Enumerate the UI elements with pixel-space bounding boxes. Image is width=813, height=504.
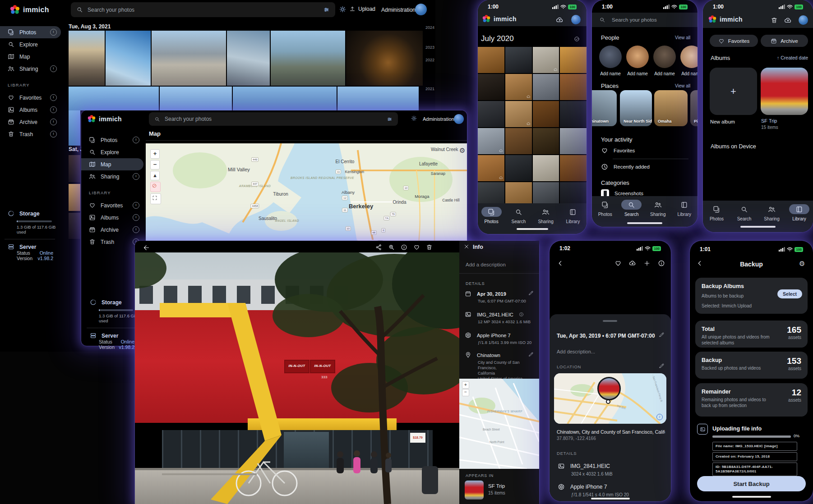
person-face[interactable] [626, 46, 649, 68]
photo-thumbnail[interactable] [505, 128, 532, 154]
info-circle-icon[interactable]: i [133, 173, 139, 180]
home-indicator[interactable] [732, 496, 771, 498]
photo-thumbnail[interactable] [69, 110, 80, 146]
user-avatar[interactable] [454, 114, 464, 124]
people-view-all[interactable]: View all [675, 35, 690, 40]
description-input[interactable]: Add description... [557, 349, 595, 354]
info-circle-icon[interactable]: i [133, 202, 139, 209]
sidebar-item-sharing[interactable]: Sharingi [0, 63, 61, 75]
minimap-zoom-out[interactable]: − [462, 389, 469, 396]
new-album-tile[interactable]: + [710, 68, 757, 115]
photo-thumbnail[interactable] [560, 101, 587, 127]
add-name-link[interactable]: Add name [678, 71, 698, 76]
tab-sharing[interactable]: Sharing [536, 207, 556, 224]
sidebar-item-explore[interactable]: Explore [0, 38, 61, 50]
photo-in-n-out[interactable]: IN-N-OUT IN-N-OUT 333 $18.79 [135, 252, 459, 504]
close-icon[interactable] [463, 243, 470, 250]
add-name-link[interactable]: Add name [651, 71, 678, 76]
info-circle-icon[interactable]: i [50, 29, 57, 36]
home-indicator[interactable] [591, 498, 630, 499]
photo-thumbnail[interactable] [227, 31, 270, 86]
tab-search[interactable]: Search [621, 200, 642, 217]
info-icon[interactable] [401, 244, 407, 251]
user-avatar[interactable] [571, 15, 581, 24]
map-compass[interactable]: ▴ [150, 171, 160, 180]
map-zoom-out[interactable]: − [150, 160, 160, 170]
sidebar-item-sharing[interactable]: Sharingi [81, 170, 143, 183]
start-backup-button[interactable]: Start Backup [697, 476, 806, 491]
place-tile[interactable]: Near North Side [620, 90, 652, 126]
place-tile[interactable]: Omaha [654, 90, 688, 126]
tab-search[interactable]: Search [508, 207, 529, 224]
photo-location-marker[interactable] [597, 377, 621, 400]
sidebar-item-favorites[interactable]: Favoritesi [0, 92, 61, 104]
tab-library[interactable]: Library [789, 204, 809, 221]
photo-thumbnail[interactable] [505, 47, 532, 73]
photo-thumbnail[interactable] [337, 87, 419, 110]
select-button[interactable]: Select [777, 289, 802, 298]
photo-thumbnail[interactable] [533, 47, 559, 73]
info-icon[interactable] [658, 260, 665, 267]
immich-logo[interactable]: immich [10, 5, 49, 15]
photo-thumbnail[interactable] [533, 155, 559, 181]
photo-thumbnail[interactable] [560, 74, 587, 100]
favorite-heart-icon[interactable] [614, 260, 622, 267]
place-tile[interactable]: Chinatown [592, 90, 617, 126]
photo-thumbnail[interactable] [560, 47, 587, 73]
photo-thumbnail[interactable] [69, 213, 80, 239]
edit-pencil-icon[interactable] [659, 332, 665, 338]
home-indicator[interactable] [627, 222, 662, 224]
info-circle-icon[interactable]: i [133, 226, 139, 233]
map-fullscreen-button[interactable] [150, 193, 161, 204]
photo-thumbnail[interactable] [560, 128, 587, 154]
photo-thumbnail[interactable] [152, 31, 226, 86]
photo-thumbnail[interactable] [478, 47, 504, 73]
settings-gear-icon[interactable]: ⚙ [799, 260, 805, 268]
map-zoom-in[interactable]: + [150, 149, 160, 159]
add-name-link[interactable]: Add name [624, 71, 651, 76]
album-title[interactable]: SF Trip [761, 118, 777, 124]
archive-button[interactable]: Archive [761, 35, 808, 47]
photo-thumbnail[interactable] [160, 87, 232, 110]
search-input[interactable]: Search your photos [71, 2, 335, 17]
photo-thumbnail[interactable] [69, 184, 80, 211]
select-all-check-icon[interactable] [574, 36, 580, 42]
photo-thumbnail[interactable] [478, 128, 504, 154]
tab-photos[interactable]: Photos [595, 200, 615, 217]
cloud-download-icon[interactable] [629, 260, 636, 267]
delete-trash-icon[interactable] [426, 244, 433, 251]
tab-sharing[interactable]: Sharing [762, 204, 782, 221]
photo-thumbnail[interactable] [69, 31, 105, 86]
theme-toggle-icon[interactable] [339, 6, 346, 13]
photo-thumbnail[interactable] [271, 31, 345, 86]
edit-pencil-icon[interactable] [659, 363, 665, 369]
edit-pencil-icon[interactable] [528, 290, 534, 296]
filter-sliders-icon[interactable] [323, 6, 330, 13]
sidebar-item-albums[interactable]: Albumsi [0, 104, 61, 116]
theme-toggle-icon[interactable] [411, 115, 417, 121]
photo-thumbnail[interactable] [533, 74, 559, 100]
tab-photos[interactable]: Photos [707, 204, 727, 221]
photo-thumbnail[interactable] [69, 87, 159, 110]
person-face[interactable] [653, 46, 676, 68]
photo-thumbnail[interactable] [560, 155, 587, 181]
sidebar-item-explore[interactable]: Explore [81, 146, 143, 158]
info-circle-icon[interactable]: i [50, 94, 57, 101]
info-circle-icon[interactable]: i [133, 137, 139, 143]
photo-thumbnail[interactable] [478, 101, 504, 127]
administration-link[interactable]: Administration [381, 7, 416, 13]
sidebar-item-photos[interactable]: Photosi [0, 26, 61, 38]
tab-search[interactable]: Search [734, 204, 754, 221]
more-options-icon[interactable] [439, 244, 445, 251]
immich-logo[interactable]: immich [88, 115, 122, 123]
drag-handle[interactable] [603, 320, 617, 322]
recently-added-row[interactable]: Recently added [601, 163, 650, 170]
tab-sharing[interactable]: Sharing [648, 200, 668, 217]
map-hide-markers-button[interactable] [150, 182, 161, 192]
sidebar-item-trash[interactable]: Trashi [0, 128, 61, 140]
location-minimap[interactable]: FISHERMAN'S WHARFBeach StreetNorth Point… [459, 379, 539, 469]
person-face[interactable] [599, 46, 622, 68]
add-icon[interactable] [643, 260, 651, 267]
photo-thumbnail[interactable] [478, 74, 504, 100]
photo-thumbnail[interactable] [233, 87, 337, 110]
